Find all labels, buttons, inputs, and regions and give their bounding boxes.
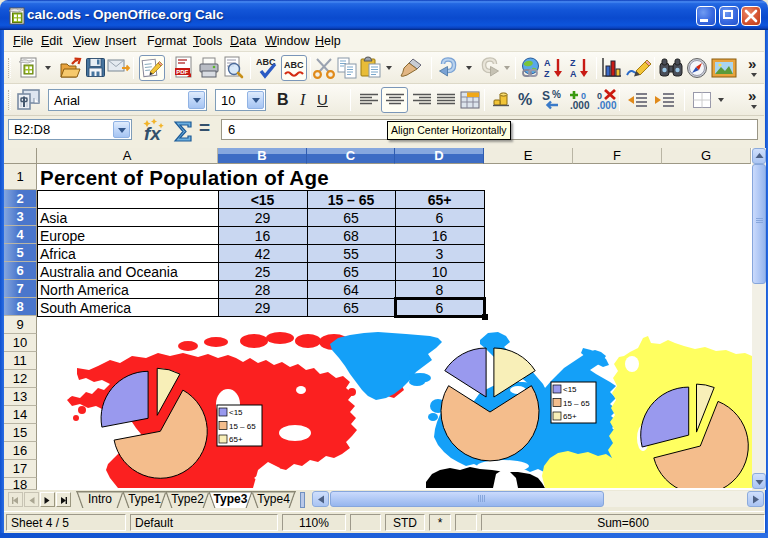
svg-text:65+: 65+: [563, 412, 577, 421]
svg-text:A: A: [570, 69, 577, 79]
svg-text:65+: 65+: [229, 435, 243, 444]
svg-text:.000: .000: [570, 100, 590, 111]
svg-text:S: S: [542, 89, 550, 103]
svg-text:PDF: PDF: [176, 69, 188, 75]
svg-text:<15: <15: [563, 385, 577, 394]
svg-text:15 – 65: 15 – 65: [229, 422, 256, 431]
svg-text:Z: Z: [544, 69, 550, 79]
svg-text:A: A: [544, 58, 551, 68]
svg-text:%: %: [552, 89, 561, 100]
svg-text:ABC: ABC: [284, 60, 304, 70]
svg-text:.000: .000: [597, 100, 617, 111]
svg-text:Z: Z: [570, 58, 576, 68]
svg-text:15 – 65: 15 – 65: [563, 399, 590, 408]
svg-text:<15: <15: [229, 408, 243, 417]
